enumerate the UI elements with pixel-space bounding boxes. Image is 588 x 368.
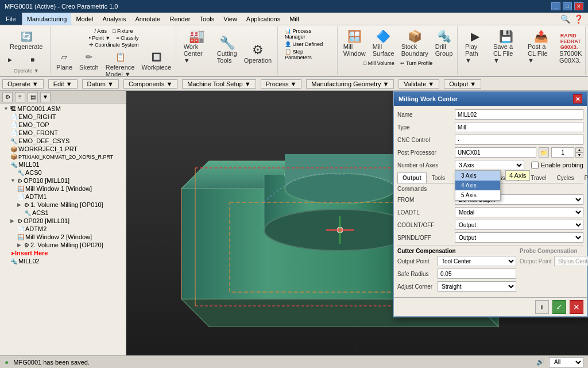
menu-view[interactable]: View	[219, 13, 242, 25]
post-num-up-btn[interactable]: ▲	[575, 147, 583, 152]
menu-model[interactable]: Model	[71, 13, 98, 25]
status-filter-select[interactable]: All	[549, 357, 583, 367]
play-path-btn[interactable]: ▶ PlayPath ▼	[462, 28, 488, 66]
menu-file[interactable]: File	[0, 13, 22, 25]
ref-model-btn[interactable]: 📋 ReferenceModel ▼	[103, 48, 138, 76]
tree-item-acs1[interactable]: 🔧 ACS1	[1, 209, 125, 217]
mfg-geometry-dropdown[interactable]: Manufacturing Geometry ▼	[306, 79, 394, 89]
tree-item-mill02[interactable]: 🔩 MILL02	[1, 257, 125, 265]
step-parameters-btn[interactable]: 📋 Step Parameters	[283, 48, 334, 61]
tree-item-emo-top[interactable]: 📄 EMO_TOP	[1, 121, 125, 129]
tree-item-op020[interactable]: ▶ ⚙ OP020 [MILL01]	[1, 217, 125, 225]
dialog-close-btn[interactable]: ✕	[573, 94, 582, 103]
loadtl-select[interactable]: Modal Output	[455, 207, 583, 217]
coord-btn[interactable]: ✛ Coordinate System	[87, 41, 141, 48]
validate-dropdown[interactable]: Validate ▼	[399, 79, 439, 89]
plane-btn[interactable]: ▱ Plane	[53, 48, 75, 76]
turn-profile-btn[interactable]: ↩ Turn Profile	[398, 60, 435, 67]
edit-dropdown[interactable]: Edit ▼	[48, 79, 78, 89]
post-number-input[interactable]	[551, 147, 574, 158]
operate-small-btn2[interactable]: ⏹	[27, 55, 48, 64]
mill-window-btn[interactable]: 🪟 MillWindow	[341, 28, 369, 59]
tree-filter-btn[interactable]: ≡	[15, 92, 25, 102]
viewport[interactable]: ⊡ + - ✥ ↺ ◼ ◻ ⊘ Milling Work Center ✕ Na…	[126, 91, 588, 355]
tree-item-mfg001[interactable]: ▼ 🏗 MFG0001.ASM	[1, 105, 125, 113]
rapid-fedrat-btn[interactable]: RAPIDFEDRATG00X3. S7000KG00X3.	[559, 31, 582, 66]
tree-expand-btn[interactable]: ▼	[40, 92, 51, 102]
tree-item-millwin1[interactable]: 🪟 Mill Window 1 [Window]	[1, 185, 125, 193]
tree-item-adtm1[interactable]: 📄 ADTM1	[1, 193, 125, 201]
operation-btn[interactable]: ⚙ Operation	[242, 41, 274, 66]
mill-volume-btn[interactable]: □ Mill Volume	[361, 60, 397, 67]
output-dropdown[interactable]: Output ▼	[444, 79, 481, 89]
stock-boundary-btn[interactable]: 📦 StockBoundary	[399, 28, 431, 59]
menu-manufacturing[interactable]: Manufacturing	[22, 13, 72, 25]
axes-option-3-axis[interactable]: 3 Axis	[455, 171, 500, 181]
probe-output-point-select[interactable]: Stylus Center	[554, 256, 588, 266]
axis-btn[interactable]: / Axis	[92, 28, 110, 34]
tree-item-mill01[interactable]: 🔩 MILL01	[1, 160, 125, 168]
machine-tool-setup-dropdown[interactable]: Machine Tool Setup ▼	[182, 79, 256, 89]
tree-item-adtm2[interactable]: 📄 ADTM2	[1, 225, 125, 233]
tree-item-ptixiaki[interactable]: 📦 PTIXIAKI_KOMMATI_2O_XORIS_R.PRT	[1, 153, 125, 160]
post-cl-btn[interactable]: 📤 Post aCL File ▼	[525, 28, 557, 66]
tree-item-emo-def[interactable]: 🔧 EMO_DEF_CSYS	[1, 137, 125, 145]
menu-analysis[interactable]: Analysis	[98, 13, 130, 25]
cutter-output-point-select[interactable]: Tool Center Tool Tip	[438, 256, 516, 266]
regenerate-btn[interactable]: 🔄 Regenerate	[7, 28, 46, 52]
workpiece-btn[interactable]: 🔲 Workpiece	[138, 48, 174, 76]
tree-item-volmill1[interactable]: ▶ ⚙ 1. Volume Milling [OP010]	[1, 201, 125, 209]
tree-item-op010[interactable]: ▼ ⚙ OP010 [MILL01]	[1, 177, 125, 185]
save-cl-btn[interactable]: 💾 Save aCL File ▼	[490, 28, 523, 66]
tab-output[interactable]: Output	[397, 172, 427, 183]
sketch-btn[interactable]: ✏ Sketch	[76, 48, 102, 76]
mill-surface-btn[interactable]: 🔷 MillSurface	[370, 28, 397, 59]
point-btn[interactable]: • Point ▼	[87, 34, 113, 41]
tree-item-workpiece[interactable]: 📦 WORKRJECI_1.PRT	[1, 145, 125, 153]
post-processor-input[interactable]	[455, 147, 536, 158]
operate-small-btn1[interactable]: ▶	[5, 55, 26, 64]
tree-item-millwin2[interactable]: 🪟 Mill Window 2 [Window]	[1, 233, 125, 241]
tree-item-emo-right[interactable]: 📄 EMO_RIGHT	[1, 113, 125, 121]
user-defined-btn[interactable]: 👤 User Defined	[283, 41, 334, 48]
menu-render[interactable]: Render	[165, 13, 195, 25]
post-num-down-btn[interactable]: ▼	[575, 152, 583, 158]
dialog-ok-btn[interactable]: ✓	[552, 300, 566, 314]
menu-annotate[interactable]: Annotate	[130, 13, 165, 25]
adjust-corner-select[interactable]: Straight Arc	[438, 281, 516, 292]
classify-btn[interactable]: ≡ Classify	[114, 34, 141, 41]
tab-properties[interactable]: Properties	[579, 172, 588, 183]
tree-columns-btn[interactable]: ▤	[28, 92, 38, 102]
cnc-control-input[interactable]	[455, 135, 583, 145]
datum-dropdown[interactable]: Datum ▼	[82, 79, 119, 89]
tree-item-insert-here[interactable]: ➤ Insert Here	[1, 249, 125, 257]
spindl-select[interactable]: Output Suppress	[455, 232, 583, 243]
menu-tools[interactable]: Tools	[195, 13, 219, 25]
process-manager-btn[interactable]: 📊 Process Manager	[283, 28, 334, 40]
type-input[interactable]	[455, 122, 583, 132]
menu-mill[interactable]: Mill	[285, 13, 304, 25]
tab-travel[interactable]: Travel	[525, 172, 551, 183]
tree-item-volmill2[interactable]: ▶ ⚙ 2. Volume Milling [OP020]	[1, 241, 125, 249]
close-btn[interactable]: ✕	[574, 2, 583, 10]
tree-item-acs0[interactable]: 🔧 ACS0	[1, 168, 125, 177]
fixture-btn[interactable]: □ Fixture	[110, 28, 135, 34]
axes-option-4-axis[interactable]: 4 Axis	[455, 181, 500, 190]
tab-tools[interactable]: Tools	[427, 172, 450, 183]
help-icon[interactable]: ❓	[574, 14, 583, 24]
drill-group-btn[interactable]: 🔩 DrillGroup	[432, 28, 456, 59]
tab-cycles[interactable]: Cycles	[552, 172, 579, 183]
tree-item-emo-front[interactable]: 📄 EMO_FRONT	[1, 129, 125, 137]
work-center-btn[interactable]: 🏭 WorkCenter ▼	[181, 28, 212, 66]
cutting-tools-btn[interactable]: 🔧 CuttingTools	[215, 34, 239, 66]
dialog-cancel-btn[interactable]: ✕	[570, 300, 583, 314]
search-icon[interactable]: 🔍	[560, 14, 570, 24]
enable-probing-checkbox[interactable]	[531, 162, 539, 169]
tree-settings-btn[interactable]: ⚙	[2, 92, 13, 102]
safe-radius-input[interactable]	[438, 269, 516, 279]
components-dropdown[interactable]: Components ▼	[123, 79, 177, 89]
coolnt-select[interactable]: Output Suppress	[455, 220, 583, 230]
dialog-pause-btn[interactable]: ⏸	[535, 300, 549, 314]
axes-select[interactable]: 3 Axis 4 Axis 5 Axis	[455, 160, 524, 170]
operate-dropdown[interactable]: Operate ▼	[2, 79, 44, 89]
